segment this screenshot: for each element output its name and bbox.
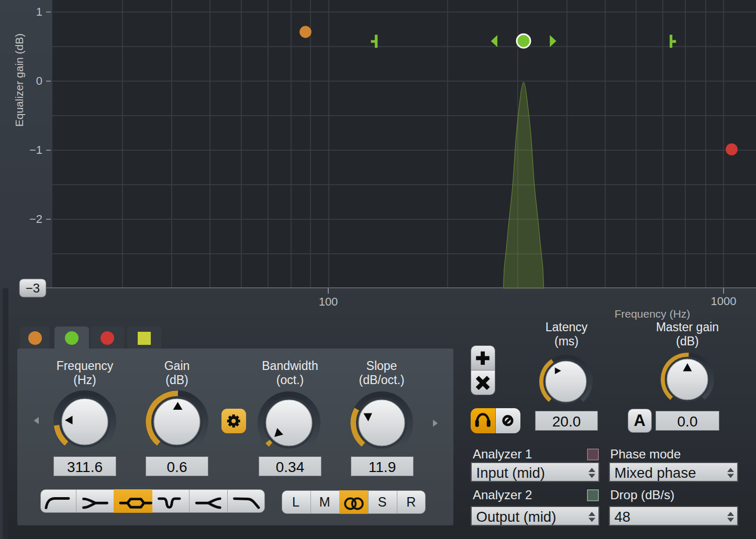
svg-text:−3: −3 — [26, 281, 40, 295]
